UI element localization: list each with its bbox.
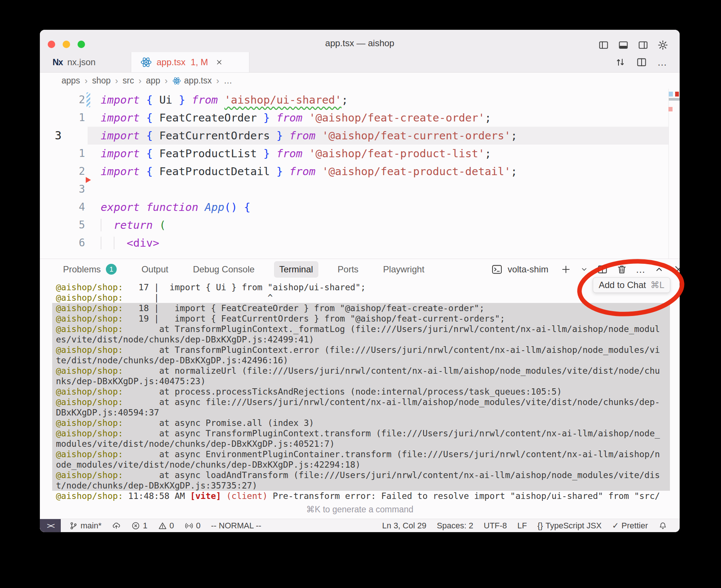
titlebar-actions <box>598 39 668 51</box>
terminal-session-button[interactable]: volta-shim <box>491 264 552 275</box>
code-line: 1import { FeatCreateOrder } from '@aisho… <box>40 109 680 127</box>
breadcrumb: apps›shop›src›app›app.tsx›… <box>40 73 680 89</box>
panel-tab-terminal[interactable]: Terminal <box>274 261 318 278</box>
panel-tab-output[interactable]: Output <box>136 261 173 278</box>
remote-indicator[interactable]: >< <box>40 519 61 532</box>
publish-changes[interactable] <box>112 521 121 530</box>
vim-mode[interactable]: -- NORMAL -- <box>211 521 261 531</box>
title-bar: app.tsx — aishop <box>40 30 680 52</box>
layout-panel-icon <box>618 39 629 51</box>
breadcrumb-item-shop[interactable]: shop <box>92 76 111 86</box>
errors[interactable]: 1 <box>131 521 147 531</box>
terminal-line: @aishop/shop: at TransformPluginContext.… <box>52 345 670 355</box>
breadcrumb-item-app-tsx[interactable]: app.tsx <box>172 76 212 86</box>
split-editor-button[interactable] <box>636 57 647 68</box>
cursor-position[interactable]: Ln 3, Col 29 <box>382 521 426 531</box>
trash-icon <box>616 264 627 275</box>
bell-icon <box>658 521 667 530</box>
terminal-output[interactable]: @aishop/shop: 17 | import { Ui } from "a… <box>40 279 680 505</box>
eol[interactable]: LF <box>517 521 527 531</box>
settings-gear-icon <box>657 39 668 51</box>
line-number: 5 <box>40 216 85 234</box>
panel-tab-playwright[interactable]: Playwright <box>378 261 430 278</box>
new-terminal-button[interactable] <box>560 264 572 275</box>
vscode-window: app.tsx — aishop … Nxnx.jsonapp.tsx1, M … <box>40 30 680 532</box>
breadcrumb-separator: › <box>114 76 119 86</box>
breadcrumb-item-src[interactable]: src <box>123 76 134 86</box>
terminal-line: @aishop/shop: 18 | import { FeatCreateOr… <box>52 303 670 313</box>
panel-tab-bar: Problems1OutputDebug ConsoleTerminalPort… <box>40 259 680 279</box>
panel-tab-debug-console[interactable]: Debug Console <box>188 261 259 278</box>
breadcrumb-item-app[interactable]: app <box>146 76 160 86</box>
maximize-panel-button[interactable] <box>654 264 665 275</box>
terminal-line: @aishop/shop: at async file:///Users/jur… <box>52 397 670 407</box>
terminal-line: @aishop/shop: at TransformPluginContext.… <box>52 324 670 334</box>
breadcrumb-separator: › <box>138 76 142 86</box>
close-icon <box>673 264 680 275</box>
indentation[interactable]: Spaces: 2 <box>437 521 473 531</box>
language-mode[interactable]: {}TypeScript JSX <box>538 521 602 531</box>
close-icon[interactable] <box>215 59 223 66</box>
terminal-toolbar: volta-shim… <box>491 259 680 279</box>
code-editor[interactable]: 2import { Ui } from 'aishop/ui-shared';1… <box>40 89 680 261</box>
terminal-line: @aishop/shop: at async EnvironmentPlugin… <box>52 449 670 459</box>
problems-count-badge: 1 <box>106 264 117 275</box>
toggle-primary-sidebar-button[interactable] <box>598 39 609 51</box>
terminal-line: @aishop/shop: at async TransformPluginCo… <box>52 428 670 439</box>
line-number: 3 <box>40 180 85 198</box>
react-icon <box>172 76 181 85</box>
breadcrumb-item-apps[interactable]: apps <box>62 76 80 86</box>
terminal-session-label: volta-shim <box>508 264 548 275</box>
terminal-line: @aishop/shop: 17 | import { Ui } from "a… <box>52 282 670 293</box>
tab-label: app.tsx <box>157 57 185 67</box>
close-tab-button[interactable] <box>215 59 223 66</box>
line-number: 1 <box>40 145 85 162</box>
code-line: 2import { FeatProductDetail } from '@ais… <box>40 162 680 180</box>
terminal-line: @aishop/shop: | ^ <box>52 293 670 303</box>
code-line: 5 return ( <box>40 216 680 234</box>
toggle-secondary-sidebar-button[interactable] <box>637 39 649 51</box>
line-number: 3 <box>55 127 70 145</box>
breadcrumb-item--[interactable]: … <box>224 76 232 86</box>
terminal-line: modules/vite/dist/node/chunks/dep-DBxKXg… <box>52 439 670 449</box>
ports-forwarded[interactable]: 0 <box>185 521 201 531</box>
status-right-group: Ln 3, Col 29Spaces: 2UTF-8LF{}TypeScript… <box>382 519 667 532</box>
notifications-bell[interactable] <box>658 521 667 530</box>
panel-tab-ports[interactable]: Ports <box>333 261 364 278</box>
tab-dirty-badge: 1, M <box>191 57 208 67</box>
open-changes-button[interactable] <box>615 57 626 68</box>
terminal-line: t/node/chunks/dep-DBxKXgDP.js:35735:27) <box>52 480 670 491</box>
code-line: 6 <div> <box>40 234 680 252</box>
terminal-profiles-button[interactable] <box>580 265 589 274</box>
split-terminal-button[interactable] <box>597 264 608 275</box>
gutter-modified-marker <box>86 92 90 107</box>
add-to-chat-tooltip[interactable]: Add to Chat ⌘L <box>593 277 670 293</box>
terminal-line: @aishop/shop: 11:48:58 AM [vite] (client… <box>52 491 670 501</box>
git-branch[interactable]: main* <box>69 521 101 531</box>
terminal-line: @aishop/shop: 19 | import { FeatCurrentO… <box>52 313 670 324</box>
tab-app-tsx[interactable]: app.tsx1, M <box>131 52 249 72</box>
kill-terminal-button[interactable] <box>616 264 627 275</box>
close-panel-button[interactable] <box>673 264 680 275</box>
panel-tab-problems[interactable]: Problems1 <box>58 261 122 278</box>
compare-changes-icon <box>615 57 626 68</box>
add-to-chat-label: Add to Chat <box>599 280 646 290</box>
terminal-line: @aishop/shop: at async Promise.all (inde… <box>52 418 670 428</box>
broadcast-icon <box>185 521 193 530</box>
more-terminal-actions-button[interactable]: … <box>636 265 645 274</box>
tab-label: nx.json <box>67 57 95 67</box>
toggle-panel-button[interactable] <box>618 39 629 51</box>
line-number: 6 <box>40 234 85 252</box>
warnings[interactable]: 0 <box>158 521 174 531</box>
encoding[interactable]: UTF-8 <box>484 521 507 531</box>
terminal-box-icon <box>491 264 503 275</box>
code-line: 3import { FeatCurrentOrders } from '@ais… <box>40 127 680 145</box>
more-editor-actions-button[interactable]: … <box>657 57 667 67</box>
chevron-down-icon <box>580 265 589 274</box>
split-editor-icon <box>636 57 647 68</box>
code-line: 1import { FeatProductList } from '@aisho… <box>40 145 680 162</box>
customize-layout-button[interactable] <box>657 39 668 51</box>
formatter[interactable]: ✓Prettier <box>612 521 648 531</box>
breadcrumb-separator: › <box>164 76 169 86</box>
terminal-line: @aishop/shop: at async loadAndTransform … <box>52 470 670 480</box>
